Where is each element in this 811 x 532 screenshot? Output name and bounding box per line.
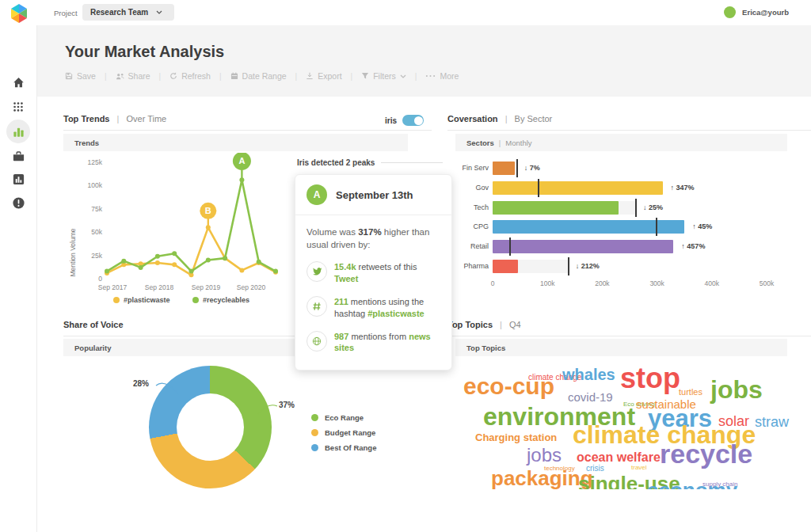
sector-bar-chart[interactable]: Fin Serv↓ 7%Gov↑ 347%Tech↓ 25%CPG↑ 45%Re… xyxy=(447,162,811,292)
share-icon xyxy=(116,73,124,80)
svg-text:#plasticwaste: #plasticwaste xyxy=(124,296,170,304)
toolbar-filters-button[interactable]: Filters xyxy=(361,71,406,81)
tooltip-lede-segment: 317% xyxy=(358,227,381,237)
iris-peaks-note: Iris detected 2 peaks xyxy=(297,158,443,167)
cloud-word-travel[interactable]: travel xyxy=(631,465,647,471)
sector-bar[interactable] xyxy=(493,162,515,175)
sector-row-cpg: CPG↑ 45% xyxy=(447,220,811,234)
donut-callout-37: 37% xyxy=(279,401,295,409)
cloud-word-supply-chain[interactable]: supply chain xyxy=(702,481,737,488)
topics-title: Top Topics xyxy=(447,320,493,329)
iris-toggle-label: iris xyxy=(385,116,397,125)
topics-panel-label: Top Topics xyxy=(466,344,505,352)
topics-section-header: Top Topics | Q4 xyxy=(447,320,811,336)
refresh-icon xyxy=(169,72,177,80)
cloud-word-eco-cup[interactable]: eco-cup xyxy=(463,374,554,398)
sector-change-label: ↓ 7% xyxy=(524,164,540,172)
legend-item-best-of-range[interactable]: Best Of Range xyxy=(311,443,376,452)
tooltip-lede: Volume was 317% higher than usual driven… xyxy=(307,226,440,251)
divider: | xyxy=(499,139,501,147)
cloud-word-ocean-welfare[interactable]: ocean welfare xyxy=(577,451,661,464)
sidebar-item-alerts[interactable] xyxy=(0,191,36,215)
tooltip-body: Volume was 317% higher than usual driven… xyxy=(295,215,451,370)
sidebar-item-home[interactable] xyxy=(0,70,36,94)
sidebar-item-apps[interactable] xyxy=(0,95,36,119)
more-icon xyxy=(425,74,436,78)
iris-toggle[interactable] xyxy=(402,115,424,126)
filter-icon xyxy=(361,72,369,80)
tooltip-driver-text: 987 mentions from news sites xyxy=(334,331,440,355)
sector-benchmark-marker xyxy=(509,238,511,256)
project-select[interactable]: Research Team xyxy=(82,4,174,21)
legend-item-budget-range[interactable]: Budget Range xyxy=(311,428,376,437)
cloud-word-jobs[interactable]: jobs xyxy=(527,446,562,465)
donut-callout-28: 28% xyxy=(133,379,149,388)
sector-axis-tick: 500k xyxy=(760,279,774,287)
sector-bar[interactable] xyxy=(493,201,619,215)
topics-panel-bar: Top Topics xyxy=(455,339,787,356)
cloud-word-stop[interactable]: stop xyxy=(620,364,680,393)
tooltip-lede-segment: Volume was xyxy=(307,227,358,237)
sector-change-label: ↑ 45% xyxy=(692,222,712,230)
svg-text:Sep 2018: Sep 2018 xyxy=(145,283,174,291)
sector-bar[interactable] xyxy=(493,240,673,253)
legend-dot xyxy=(311,414,318,421)
toolbar-refresh-button[interactable]: Refresh xyxy=(169,71,211,81)
sidebar-item-reports[interactable] xyxy=(0,167,36,191)
top-bar: Project Research Team Erica@yourb xyxy=(0,0,811,25)
brand-logo-icon[interactable] xyxy=(9,2,29,24)
svg-text:Sep 2020: Sep 2020 xyxy=(237,283,266,291)
conversation-subtitle: By Sector xyxy=(515,114,553,124)
tooltip-link[interactable]: Tweet xyxy=(334,274,358,283)
svg-text:75k: 75k xyxy=(91,205,102,213)
cloud-word-straw[interactable]: straw xyxy=(755,415,789,429)
toolbar-export-button[interactable]: Export xyxy=(306,71,341,81)
toolbar-label: Export xyxy=(318,71,341,81)
cloud-word-turtles[interactable]: turtles xyxy=(679,388,702,397)
tooltip-driver-text: 211 mentions using the hashtag #plasticw… xyxy=(334,296,440,320)
briefcase-icon xyxy=(12,150,25,163)
share-of-voice-donut[interactable] xyxy=(149,366,272,488)
cloud-word-jobs[interactable]: jobs xyxy=(710,377,763,402)
user-menu[interactable]: Erica@yourb xyxy=(724,6,789,18)
tooltip-driver-text: 15.4k retweets of this Tweet xyxy=(334,261,440,285)
chevron-down-icon xyxy=(400,74,406,78)
svg-text:Sep 2017: Sep 2017 xyxy=(98,283,128,291)
trend-line-chart[interactable]: 025k50k75k100k125kMention VolumeSep 2017… xyxy=(67,153,305,315)
cloud-word-whales[interactable]: whales xyxy=(562,367,615,382)
sector-benchmark-marker xyxy=(635,199,637,217)
sidebar-nav xyxy=(0,25,37,532)
cloud-word-recycle[interactable]: recycle xyxy=(660,440,752,467)
cloud-word-covid-19[interactable]: covid-19 xyxy=(568,391,613,403)
tooltip-link[interactable]: #plasticwaste xyxy=(367,309,425,318)
sector-row-tech: Tech↓ 25% xyxy=(447,201,811,215)
sector-change-label: ↓ 212% xyxy=(576,262,600,270)
cloud-word-charging-station[interactable]: Charging station xyxy=(475,432,557,443)
toolbar-label: Refresh xyxy=(181,71,211,81)
toolbar-date-range-button[interactable]: Date Range xyxy=(230,71,287,81)
chevron-down-icon xyxy=(156,10,162,14)
sector-row-fin-serv: Fin Serv↓ 7% xyxy=(447,162,811,175)
sectors-panel-sub: Monthly xyxy=(505,139,531,147)
peak-a-badge: A xyxy=(307,184,327,205)
toolbar-share-button[interactable]: Share xyxy=(116,71,150,81)
sector-bar[interactable] xyxy=(493,181,663,195)
toolbar-divider: | xyxy=(219,72,222,81)
svg-text:#recycleables: #recycleables xyxy=(203,296,249,304)
toolbar-more-button[interactable]: More xyxy=(425,71,459,81)
sector-change-label: ↑ 347% xyxy=(671,184,695,192)
toolbar-divider: | xyxy=(351,72,353,81)
toolbar-save-button[interactable]: Save xyxy=(65,71,96,81)
sector-bar[interactable] xyxy=(493,260,518,273)
sidebar-item-projects[interactable] xyxy=(0,144,36,168)
sidebar-item-analytics[interactable] xyxy=(0,120,36,143)
tooltip-text-segment: 987 xyxy=(334,332,348,341)
report-icon xyxy=(12,173,25,186)
dashboard-app: Project Research Team Erica@yourb Your M… xyxy=(0,0,811,532)
legend-item-eco-range[interactable]: Eco Range xyxy=(311,413,376,422)
tooltip-text-segment: retweets of this xyxy=(356,262,417,272)
svg-text:0: 0 xyxy=(98,275,102,283)
popularity-panel-label: Popularity xyxy=(74,344,111,352)
word-cloud: climate changewhaleseco-cupcovid-19stopt… xyxy=(455,363,811,489)
save-icon xyxy=(65,72,73,80)
